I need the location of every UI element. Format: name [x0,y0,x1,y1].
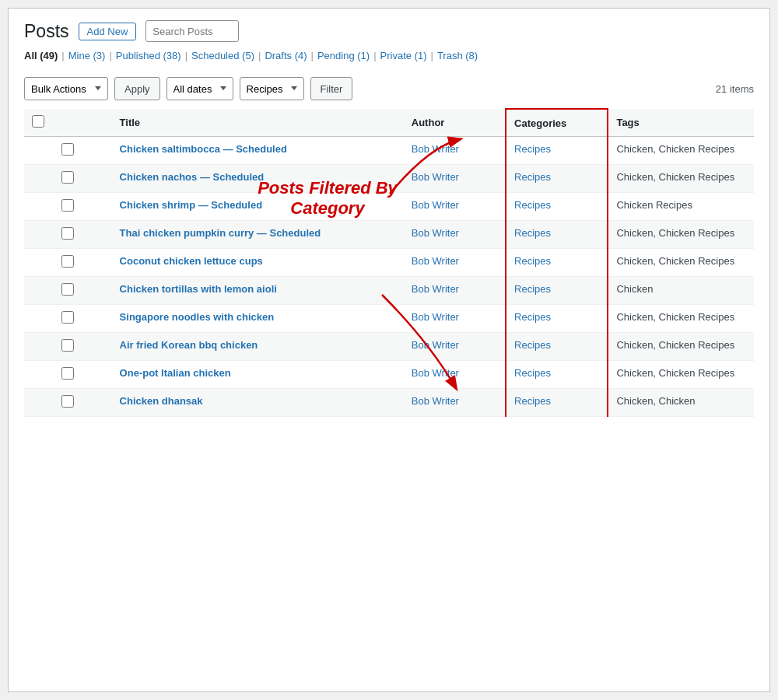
filter-button[interactable]: Filter [310,77,353,100]
author-cell: Bob Writer [404,249,506,277]
author-cell: Bob Writer [404,137,506,165]
author-link[interactable]: Bob Writer [412,143,459,155]
post-title-cell: One-pot Italian chicken [112,361,404,389]
categories-cell: Recipes [506,165,608,193]
category-link[interactable]: Recipes [514,311,551,323]
nav-separator: | [373,50,376,61]
author-link[interactable]: Bob Writer [412,367,459,379]
table-row: Chicken dhansak Bob Writer Recipes Chick… [24,389,754,417]
row-checkbox[interactable] [61,367,74,380]
post-title-link[interactable]: Chicken saltimbocca — Scheduled [120,143,287,155]
items-count: 21 items [716,83,754,95]
post-title-link[interactable]: Chicken tortillas with lemon aioli [120,283,277,295]
categories-cell: Recipes [506,305,608,333]
row-checkbox-cell [24,249,112,277]
row-checkbox-cell [24,277,112,305]
select-all-column [24,109,112,137]
filter-link-mine[interactable]: Mine (3) [68,50,106,61]
categories-cell: Recipes [506,137,608,165]
tags-value: Chicken Recipes [616,199,692,211]
table-row: Air fried Korean bbq chicken Bob Writer … [24,333,754,361]
author-link[interactable]: Bob Writer [412,311,459,323]
table-row: Thai chicken pumpkin curry — Scheduled B… [24,221,754,249]
category-link[interactable]: Recipes [514,367,551,379]
categories-cell: Recipes [506,249,608,277]
post-title-link[interactable]: Singapore noodles with chicken [120,311,275,323]
post-title-link[interactable]: Chicken shrimp — Scheduled [120,199,263,211]
author-link[interactable]: Bob Writer [412,255,459,267]
apply-button[interactable]: Apply [114,77,160,100]
tags-cell: Chicken, Chicken Recipes [608,221,754,249]
author-link[interactable]: Bob Writer [412,227,459,239]
category-select[interactable]: Recipes [240,77,304,100]
row-checkbox[interactable] [61,227,74,240]
filter-link-scheduled[interactable]: Scheduled (5) [191,50,254,61]
post-title-link[interactable]: Air fried Korean bbq chicken [120,339,258,351]
row-checkbox[interactable] [61,199,74,212]
author-cell: Bob Writer [404,333,506,361]
tags-value: Chicken, Chicken Recipes [616,171,734,183]
filter-link-trash[interactable]: Trash (8) [437,50,478,61]
post-title-link[interactable]: Chicken nachos — Scheduled [120,171,265,183]
row-checkbox-cell [24,193,112,221]
toolbar: Bulk Actions Apply All dates Recipes Fil… [24,77,754,100]
author-link[interactable]: Bob Writer [412,283,459,295]
author-cell: Bob Writer [404,165,506,193]
author-link[interactable]: Bob Writer [412,199,459,211]
tags-value: Chicken, Chicken Recipes [616,339,734,351]
post-title-link[interactable]: Chicken dhansak [120,395,203,407]
select-all-checkbox[interactable] [32,115,44,128]
post-title-link[interactable]: Coconut chicken lettuce cups [120,255,263,267]
category-link[interactable]: Recipes [514,143,551,155]
author-link[interactable]: Bob Writer [412,395,459,407]
filter-links: All (49) | Mine (3) | Published (38) | S… [24,50,478,61]
nav-separator: | [61,50,64,61]
table-row: Chicken nachos — Scheduled Bob Writer Re… [24,165,754,193]
dates-select[interactable]: All dates [166,77,233,100]
category-link[interactable]: Recipes [514,227,551,239]
tags-cell: Chicken, Chicken Recipes [608,165,754,193]
row-checkbox[interactable] [61,255,74,268]
tags-cell: Chicken, Chicken Recipes [608,305,754,333]
filter-link-private[interactable]: Private (1) [380,50,427,61]
row-checkbox[interactable] [61,143,74,156]
row-checkbox[interactable] [61,311,74,324]
post-title-cell: Chicken saltimbocca — Scheduled [112,137,404,165]
post-title-cell: Thai chicken pumpkin curry — Scheduled [112,221,404,249]
category-link[interactable]: Recipes [514,339,551,351]
filter-link-pending[interactable]: Pending (1) [317,50,370,61]
posts-table: Title Author Categories Tags Chicken sal… [24,108,754,417]
filter-link-published[interactable]: Published (38) [116,50,181,61]
row-checkbox-cell [24,389,112,417]
filter-link-drafts[interactable]: Drafts (4) [265,50,307,61]
row-checkbox-cell [24,137,112,165]
category-link[interactable]: Recipes [514,171,551,183]
search-input[interactable] [145,20,239,42]
row-checkbox-cell [24,333,112,361]
nav-separator: | [431,50,433,61]
tags-column-header: Tags [608,109,754,137]
tags-value: Chicken [616,283,653,295]
category-link[interactable]: Recipes [514,395,551,407]
category-link[interactable]: Recipes [514,283,551,295]
add-new-button[interactable]: Add New [79,23,137,40]
author-cell: Bob Writer [404,389,506,417]
row-checkbox[interactable] [61,339,74,352]
post-title-link[interactable]: Thai chicken pumpkin curry — Scheduled [120,227,321,239]
post-title-cell: Chicken shrimp — Scheduled [112,193,404,221]
table-row: Coconut chicken lettuce cups Bob Writer … [24,249,754,277]
categories-cell: Recipes [506,361,608,389]
author-link[interactable]: Bob Writer [412,339,459,351]
row-checkbox[interactable] [61,171,74,184]
category-link[interactable]: Recipes [514,199,551,211]
post-title-link[interactable]: One-pot Italian chicken [120,367,231,379]
bulk-actions-select[interactable]: Bulk Actions [24,77,108,100]
row-checkbox[interactable] [61,395,74,408]
nav-separator: | [258,50,261,61]
table-row: Chicken shrimp — Scheduled Bob Writer Re… [24,193,754,221]
filter-link-all[interactable]: All (49) [24,50,58,61]
author-link[interactable]: Bob Writer [412,171,459,183]
row-checkbox[interactable] [61,283,74,296]
category-link[interactable]: Recipes [514,255,551,267]
tags-value: Chicken, Chicken Recipes [616,143,734,155]
